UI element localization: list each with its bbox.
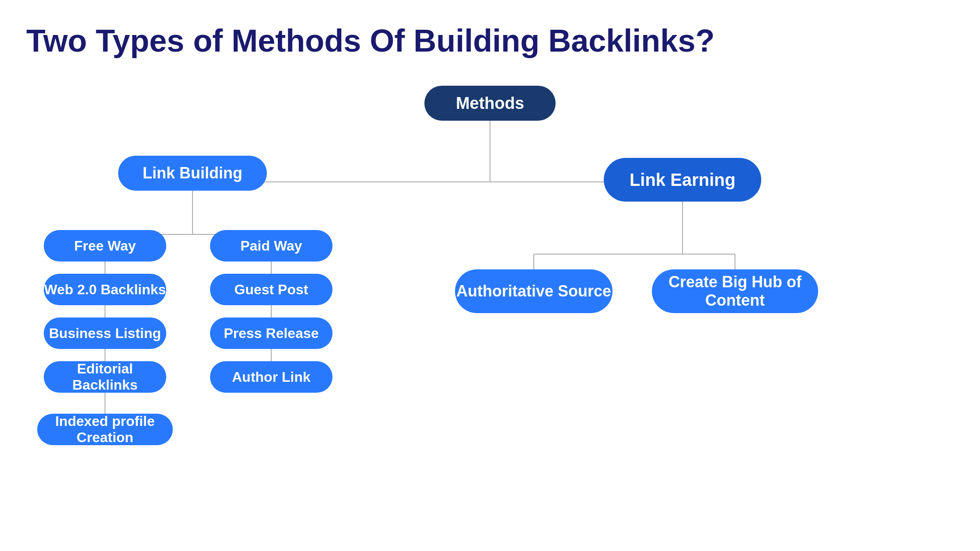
press-release-node: Press Release: [210, 317, 332, 349]
big-hub-node: Create Big Hub of Content: [652, 269, 818, 313]
free-way-node: Free Way: [44, 230, 166, 262]
authoritative-source-node: Authoritative Source: [455, 269, 612, 313]
guest-post-node: Guest Post: [210, 274, 332, 305]
author-link-node: Author Link: [210, 361, 332, 393]
link-building-node: Link Building: [118, 156, 267, 191]
indexed-profile-node: Indexed profile Creation: [37, 414, 173, 445]
editorial-backlinks-node: Editorial Backlinks: [44, 361, 166, 393]
link-earning-node: Link Earning: [604, 158, 761, 202]
paid-way-node: Paid Way: [210, 230, 332, 262]
page-title: Two Types of Methods Of Building Backlin…: [0, 0, 980, 73]
methods-node: Methods: [424, 86, 556, 121]
business-listing-node: Business Listing: [44, 317, 166, 349]
web20-node: Web 2.0 Backlinks: [44, 274, 166, 305]
diagram-area: Methods Link Building Link Earning Free …: [0, 73, 980, 545]
